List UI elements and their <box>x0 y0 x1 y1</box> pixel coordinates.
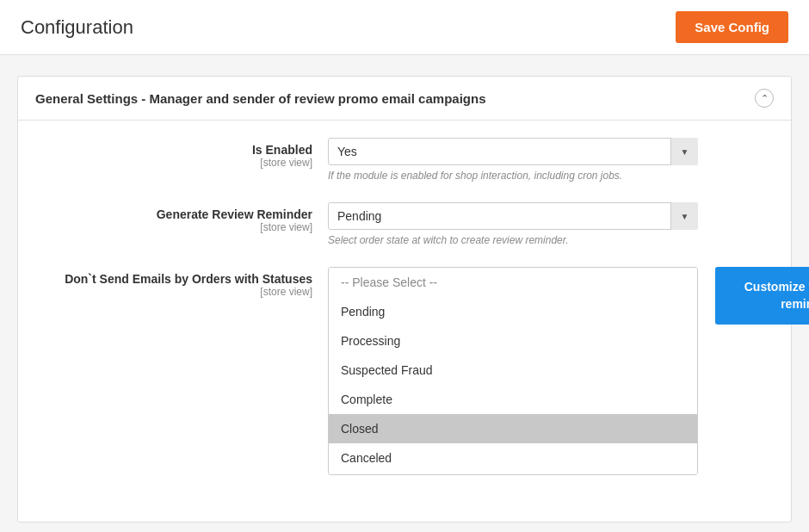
dont-send-label-col: Don`t Send Emails by Orders with Statuse… <box>35 267 328 298</box>
generate-review-label-col: Generate Review Reminder [store view] <box>35 202 328 233</box>
generate-review-select-wrapper: Pending Processing Suspected Fraud Compl… <box>328 202 698 230</box>
list-item[interactable]: On Hold <box>329 473 697 474</box>
list-item[interactable]: Suspected Fraud <box>329 356 697 385</box>
dont-send-label: Don`t Send Emails by Orders with Statuse… <box>35 272 312 286</box>
generate-review-sub-label: [store view] <box>35 221 312 233</box>
is-enabled-select-wrapper: Yes No ▼ <box>328 138 698 165</box>
page-title: Configuration <box>21 16 133 39</box>
section-body: Is Enabled [store view] Yes No ▼ If the … <box>18 121 791 522</box>
list-item[interactable]: Processing <box>329 326 697 356</box>
list-item[interactable]: Complete <box>329 385 697 414</box>
dont-send-right: -- Please Select -- Pending Processing S… <box>328 267 809 475</box>
collapse-icon[interactable]: ⌃ <box>755 89 774 108</box>
generate-review-label: Generate Review Reminder <box>35 207 312 221</box>
is-enabled-hint: If the module is enabled for shop intera… <box>328 170 774 182</box>
dont-send-listbox[interactable]: -- Please Select -- Pending Processing S… <box>329 268 697 474</box>
header: Configuration Save Config <box>0 0 809 55</box>
generate-review-select[interactable]: Pending Processing Suspected Fraud Compl… <box>328 202 698 230</box>
list-item[interactable]: Closed <box>329 414 697 443</box>
section-header: General Settings - Manager and sender of… <box>18 77 791 121</box>
save-config-button[interactable]: Save Config <box>676 11 788 43</box>
customize-review-reminders-button[interactable]: Customize your review reminders <box>715 267 809 325</box>
section-card: General Settings - Manager and sender of… <box>17 76 792 523</box>
is-enabled-select[interactable]: Yes No <box>328 138 698 165</box>
is-enabled-label: Is Enabled <box>35 143 312 157</box>
generate-review-row: Generate Review Reminder [store view] Pe… <box>35 202 774 246</box>
generate-review-control: Pending Processing Suspected Fraud Compl… <box>328 202 774 246</box>
is-enabled-control: Yes No ▼ If the module is enabled for sh… <box>328 138 774 182</box>
customize-button-col: Customize your review reminders <box>715 267 809 325</box>
generate-review-hint: Select order state at witch to create re… <box>328 234 774 246</box>
is-enabled-label-col: Is Enabled [store view] <box>35 138 328 169</box>
is-enabled-sub-label: [store view] <box>35 157 312 169</box>
dont-send-listbox-wrapper: -- Please Select -- Pending Processing S… <box>328 267 698 475</box>
list-item[interactable]: Pending <box>329 297 697 326</box>
is-enabled-row: Is Enabled [store view] Yes No ▼ If the … <box>35 138 774 182</box>
list-item[interactable]: Canceled <box>329 443 697 473</box>
dont-send-sub-label: [store view] <box>35 286 312 298</box>
section-title: General Settings - Manager and sender of… <box>35 91 485 106</box>
dont-send-row: Don`t Send Emails by Orders with Statuse… <box>35 267 774 475</box>
main-content: General Settings - Manager and sender of… <box>0 55 809 532</box>
list-item[interactable]: -- Please Select -- <box>329 268 697 297</box>
